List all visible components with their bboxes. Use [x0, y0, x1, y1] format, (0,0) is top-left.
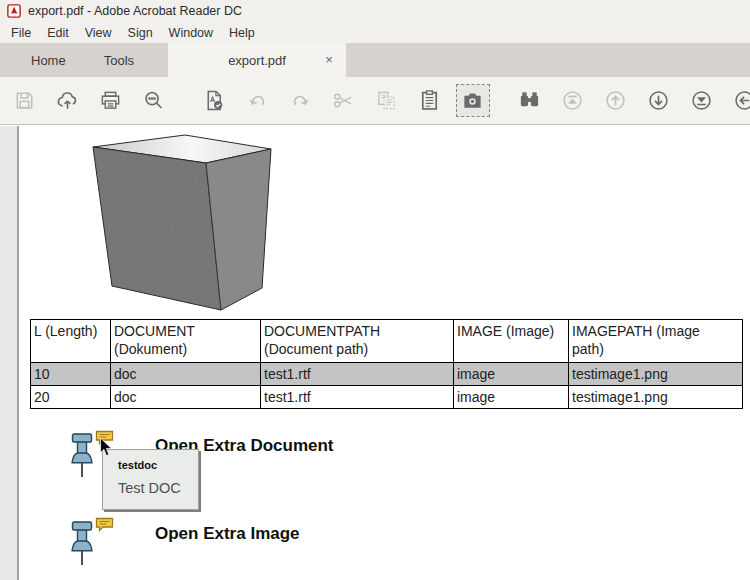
- search-icon[interactable]: [132, 83, 175, 119]
- table-cell: doc: [111, 386, 261, 409]
- menu-bar: File Edit View Sign Window Help: [0, 22, 750, 43]
- tab-tools[interactable]: Tools: [85, 43, 153, 77]
- paste-icon[interactable]: [408, 83, 451, 119]
- table-header-row: L (Length)DOCUMENT (Dokument)DOCUMENTPAT…: [31, 320, 743, 363]
- tab-document-label: export.pdf: [228, 53, 286, 68]
- first-page-icon[interactable]: [551, 83, 594, 119]
- table-header-cell: L (Length): [31, 320, 111, 363]
- table-header-cell: DOCUMENTPATH (Document path): [261, 320, 454, 363]
- table-cell: image: [454, 386, 569, 409]
- menu-file[interactable]: File: [3, 24, 39, 42]
- binoculars-icon[interactable]: [508, 83, 551, 119]
- main-toolbar: [0, 77, 750, 125]
- mouse-cursor-icon: [99, 437, 113, 462]
- table-cell: 10: [31, 363, 111, 386]
- snapshot-icon[interactable]: [456, 84, 490, 117]
- share-cloud-icon[interactable]: [46, 83, 89, 119]
- table-cell: testimage1.png: [569, 386, 743, 409]
- pdf-table: L (Length)DOCUMENT (Dokument)DOCUMENTPAT…: [30, 319, 743, 409]
- table-header-cell: IMAGE (Image): [454, 320, 569, 363]
- table-header-cell: DOCUMENT (Dokument): [111, 320, 261, 363]
- table-cell: testimage1.png: [569, 363, 743, 386]
- annotation-tooltip: testdoc Test DOC: [102, 449, 199, 510]
- menu-help[interactable]: Help: [221, 24, 263, 42]
- print-icon[interactable]: [89, 83, 132, 119]
- menu-edit[interactable]: Edit: [39, 24, 77, 42]
- export-pdf-icon[interactable]: [193, 83, 236, 119]
- last-page-icon[interactable]: [680, 83, 723, 119]
- tooltip-title: testdoc: [118, 459, 190, 471]
- document-pane: L (Length)DOCUMENT (Dokument)DOCUMENTPAT…: [0, 126, 750, 580]
- previous-view-icon[interactable]: [723, 83, 750, 119]
- table-cell: doc: [111, 363, 261, 386]
- acrobat-logo-icon: [7, 4, 21, 18]
- cut-icon[interactable]: [322, 83, 365, 119]
- menu-window[interactable]: Window: [161, 24, 221, 42]
- title-bar: export.pdf - Adobe Acrobat Reader DC: [0, 0, 750, 22]
- tab-bar: Home Tools export.pdf ×: [0, 43, 750, 77]
- tooltip-body: Test DOC: [118, 480, 190, 496]
- tab-document[interactable]: export.pdf ×: [168, 43, 346, 77]
- next-page-icon[interactable]: [637, 83, 680, 119]
- undo-icon[interactable]: [236, 83, 279, 119]
- menu-view[interactable]: View: [77, 24, 120, 42]
- open-extra-image-label: Open Extra Image: [155, 524, 300, 544]
- tab-home[interactable]: Home: [12, 43, 85, 77]
- table-cell: 20: [31, 386, 111, 409]
- table-header-cell: IMAGEPATH (Image path): [569, 320, 743, 363]
- save-icon[interactable]: [3, 83, 46, 119]
- pushpin-image-icon[interactable]: [69, 521, 95, 567]
- table-cell: test1.rtf: [261, 363, 454, 386]
- table-cell: image: [454, 363, 569, 386]
- table-row: 20doctest1.rtfimagetestimage1.png: [31, 386, 743, 409]
- cube-image: [85, 130, 275, 319]
- redo-icon[interactable]: [279, 83, 322, 119]
- page-gutter: [0, 126, 19, 580]
- window-title: export.pdf - Adobe Acrobat Reader DC: [28, 4, 242, 18]
- copy-icon[interactable]: [365, 83, 408, 119]
- table-row: 10doctest1.rtfimagetestimage1.png: [31, 363, 743, 386]
- menu-sign[interactable]: Sign: [120, 24, 161, 42]
- previous-page-icon[interactable]: [594, 83, 637, 119]
- tab-close-icon[interactable]: ×: [322, 52, 336, 67]
- note-badge-icon[interactable]: [95, 517, 115, 532]
- pushpin-document-icon[interactable]: [69, 433, 95, 479]
- table-cell: test1.rtf: [261, 386, 454, 409]
